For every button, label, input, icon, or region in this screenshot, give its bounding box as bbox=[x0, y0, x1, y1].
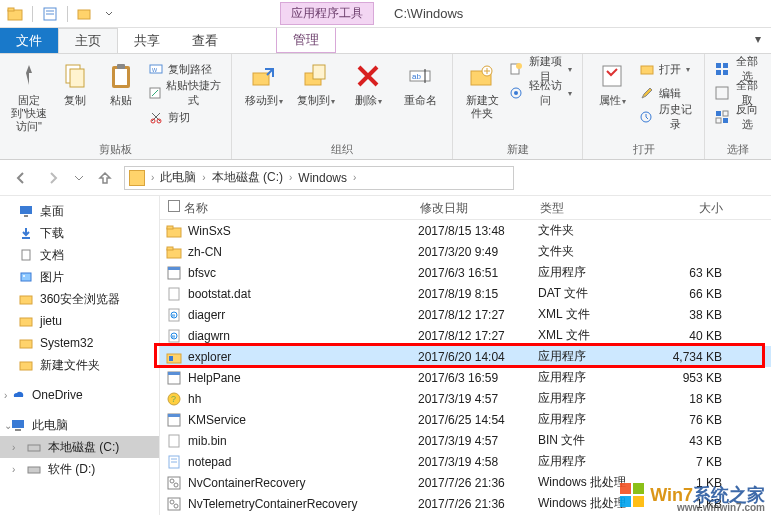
nav-360[interactable]: 360安全浏览器 bbox=[0, 288, 159, 310]
copy-button[interactable]: 复制 bbox=[54, 58, 96, 109]
svg-point-45 bbox=[23, 275, 25, 277]
nav-desktop[interactable]: 桌面 bbox=[0, 200, 159, 222]
qat-newfolder-icon[interactable] bbox=[74, 3, 96, 25]
pin-button[interactable]: 固定到"快速访问" bbox=[8, 58, 50, 135]
selectall-button[interactable]: 全部选 bbox=[713, 58, 763, 80]
drive-icon bbox=[26, 439, 42, 455]
rename-button[interactable]: ab重命名 bbox=[396, 58, 444, 109]
tab-home[interactable]: 主页 bbox=[58, 28, 118, 53]
address-bar[interactable]: › 此电脑› 本地磁盘 (C:)› Windows› bbox=[124, 166, 514, 190]
col-date[interactable]: 修改日期 bbox=[412, 196, 532, 219]
svg-rect-60 bbox=[169, 288, 179, 300]
copy-path-button[interactable]: w复制路径 bbox=[146, 58, 214, 80]
folder-icon bbox=[4, 3, 26, 25]
svg-rect-75 bbox=[169, 435, 179, 447]
table-row[interactable]: mib.bin2017/3/19 4:57BIN 文件43 KB bbox=[160, 430, 771, 451]
nav-back-button[interactable] bbox=[8, 165, 34, 191]
open-button[interactable]: 打开▾ bbox=[637, 58, 692, 80]
table-row[interactable]: bfsvc2017/6/3 16:51应用程序63 KB bbox=[160, 262, 771, 283]
svg-text:ab: ab bbox=[412, 72, 421, 81]
newfolder-button[interactable]: 新建文件夹 bbox=[461, 58, 503, 122]
copyto-button[interactable]: 复制到▾ bbox=[292, 58, 340, 110]
nav-up-button[interactable] bbox=[92, 165, 118, 191]
tab-share[interactable]: 共享 bbox=[118, 28, 176, 53]
folder-icon bbox=[129, 170, 145, 186]
path-icon: w bbox=[148, 61, 164, 77]
qat-dropdown-icon[interactable] bbox=[98, 3, 120, 25]
tab-file[interactable]: 文件 bbox=[0, 28, 58, 53]
file-list[interactable]: 名称 修改日期 类型 大小 WinSxS2017/8/15 13:48文件夹zh… bbox=[160, 196, 771, 515]
chevron-right-icon[interactable]: › bbox=[12, 464, 15, 475]
svg-rect-55 bbox=[167, 226, 173, 229]
table-row[interactable]: ?hh2017/3/19 4:57应用程序18 KB bbox=[160, 388, 771, 409]
table-row[interactable]: ediagerr2017/8/12 17:27XML 文件38 KB bbox=[160, 304, 771, 325]
file-name: NvTelemetryContainerRecovery bbox=[188, 497, 357, 511]
nav-drive-c[interactable]: ›本地磁盘 (C:) bbox=[0, 436, 159, 458]
file-icon: ? bbox=[166, 391, 182, 407]
body: 桌面 下载 文档 图片 360安全浏览器 jietu System32 新建文件… bbox=[0, 196, 771, 515]
col-type[interactable]: 类型 bbox=[532, 196, 642, 219]
svg-rect-87 bbox=[620, 496, 631, 507]
ribbon-expand-icon[interactable]: ▾ bbox=[745, 28, 771, 53]
chevron-right-icon[interactable]: › bbox=[12, 442, 15, 453]
edit-button[interactable]: 编辑 bbox=[637, 82, 683, 104]
svg-rect-70 bbox=[168, 372, 180, 375]
col-name[interactable]: 名称 bbox=[160, 196, 412, 219]
cut-icon bbox=[148, 109, 164, 125]
history-button[interactable]: 历史记录 bbox=[637, 106, 696, 128]
chevron-down-icon[interactable]: ⌄ bbox=[4, 420, 12, 431]
paste-shortcut-button[interactable]: 粘贴快捷方式 bbox=[146, 82, 224, 104]
chevron-right-icon[interactable]: › bbox=[4, 390, 7, 401]
file-date: 2017/7/26 21:36 bbox=[418, 497, 538, 511]
nav-forward-button[interactable] bbox=[40, 165, 66, 191]
cut-button[interactable]: 剪切 bbox=[146, 106, 192, 128]
invert-button[interactable]: 反向选 bbox=[713, 106, 763, 128]
table-row[interactable]: explorer2017/6/20 14:04应用程序4,734 KB bbox=[160, 346, 771, 367]
nav-jietu[interactable]: jietu bbox=[0, 310, 159, 332]
delete-button[interactable]: 删除▾ bbox=[344, 58, 392, 110]
crumb-drive[interactable]: 本地磁盘 (C:) bbox=[208, 167, 287, 189]
nav-documents[interactable]: 文档 bbox=[0, 244, 159, 266]
nav-downloads[interactable]: 下载 bbox=[0, 222, 159, 244]
nav-newfolder[interactable]: 新建文件夹 bbox=[0, 354, 159, 376]
table-row[interactable]: zh-CN2017/3/20 9:49文件夹 bbox=[160, 241, 771, 262]
table-row[interactable]: ediagwrn2017/8/12 17:27XML 文件40 KB bbox=[160, 325, 771, 346]
nav-pictures[interactable]: 图片 bbox=[0, 266, 159, 288]
desktop-icon bbox=[18, 203, 34, 219]
nav-system32[interactable]: System32 bbox=[0, 332, 159, 354]
file-name: notepad bbox=[188, 455, 231, 469]
properties-button[interactable]: 属性▾ bbox=[591, 58, 633, 110]
file-icon bbox=[166, 496, 182, 512]
tab-manage[interactable]: 管理 bbox=[276, 28, 336, 53]
table-row[interactable]: bootstat.dat2017/8/19 8:15DAT 文件66 KB bbox=[160, 283, 771, 304]
table-row[interactable]: HelpPane2017/6/3 16:59应用程序953 KB bbox=[160, 367, 771, 388]
nav-thispc[interactable]: ⌄此电脑 bbox=[0, 414, 159, 436]
select-all-checkbox[interactable] bbox=[168, 200, 180, 212]
easyaccess-button[interactable]: 轻松访问▾ bbox=[507, 82, 574, 104]
nav-onedrive[interactable]: ›OneDrive bbox=[0, 384, 159, 406]
nav-pane[interactable]: 桌面 下载 文档 图片 360安全浏览器 jietu System32 新建文件… bbox=[0, 196, 160, 515]
file-size: 76 KB bbox=[648, 413, 738, 427]
qat-properties-icon[interactable] bbox=[39, 3, 61, 25]
tab-view[interactable]: 查看 bbox=[176, 28, 234, 53]
file-icon bbox=[166, 349, 182, 365]
file-icon: e bbox=[166, 328, 182, 344]
moveto-button[interactable]: 移动到▾ bbox=[240, 58, 288, 110]
table-row[interactable]: notepad2017/3/19 4:58应用程序7 KB bbox=[160, 451, 771, 472]
paste-button[interactable]: 粘贴 bbox=[100, 58, 142, 109]
crumb-folder[interactable]: Windows bbox=[294, 167, 351, 189]
nav-recent-button[interactable] bbox=[72, 165, 86, 191]
file-date: 2017/8/19 8:15 bbox=[418, 287, 538, 301]
table-row[interactable]: WinSxS2017/8/15 13:48文件夹 bbox=[160, 220, 771, 241]
svg-rect-79 bbox=[168, 477, 180, 489]
selectnone-icon bbox=[715, 85, 729, 101]
svg-rect-85 bbox=[620, 483, 631, 494]
selectnone-button[interactable]: 全部取 bbox=[713, 82, 763, 104]
col-size[interactable]: 大小 bbox=[642, 196, 732, 219]
group-organize: 移动到▾ 复制到▾ 删除▾ ab重命名 组织 bbox=[232, 54, 453, 159]
crumb-thispc[interactable]: 此电脑 bbox=[156, 167, 200, 189]
newitem-button[interactable]: 新建项目▾ bbox=[507, 58, 574, 80]
svg-rect-51 bbox=[15, 429, 21, 431]
table-row[interactable]: KMService2017/6/25 14:54应用程序76 KB bbox=[160, 409, 771, 430]
nav-drive-d[interactable]: ›软件 (D:) bbox=[0, 458, 159, 480]
